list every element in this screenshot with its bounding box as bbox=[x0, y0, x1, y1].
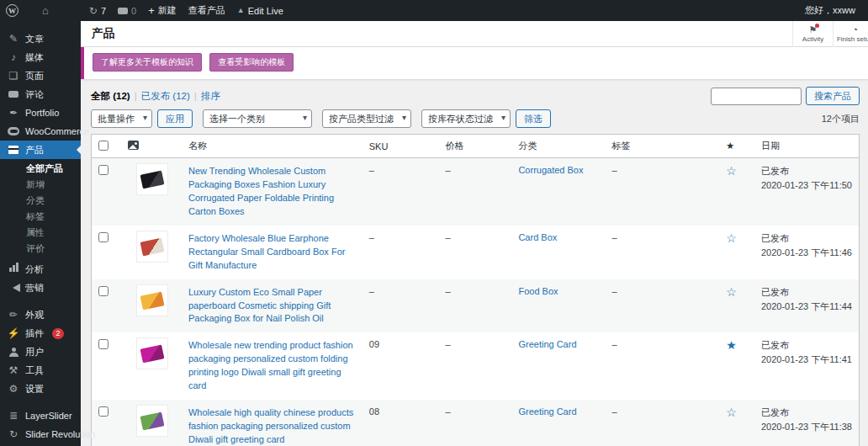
sidebar-item-label: 媒体 bbox=[25, 51, 44, 64]
featured-star-outline-icon[interactable]: ☆ bbox=[726, 285, 737, 299]
sidebar-menu: ✎文章♪媒体❏页面评论✒PortfolioWooCommerce产品全部产品新增… bbox=[0, 29, 81, 446]
sidebar-item-marketing[interactable]: 营销 bbox=[0, 279, 81, 297]
sidebar-item-media[interactable]: ♪媒体 bbox=[0, 48, 81, 66]
chevron-down-icon: ▾ bbox=[501, 113, 505, 122]
select-all-checkbox[interactable] bbox=[98, 141, 108, 151]
sidebar-item-plugins[interactable]: ⚡插件2 bbox=[0, 324, 81, 342]
product-type-filter-select[interactable]: 按产品类型过滤 ▾ bbox=[322, 109, 411, 128]
list-table-wrap: 全部 (12)|已发布 (12)|排序 搜索产品 批量操作 ▾ 应用 选择一个类… bbox=[81, 87, 868, 446]
sidebar-subitem-tags[interactable]: 标签 bbox=[0, 209, 81, 225]
table-header-row: 名称 SKU 价格 分类 标签 ★ 日期 bbox=[92, 135, 860, 158]
column-header-name[interactable]: 名称 bbox=[182, 135, 363, 158]
updates-icon: ↻ bbox=[89, 6, 98, 16]
sidebar-item-pages[interactable]: ❏页面 bbox=[0, 66, 81, 85]
learn-templates-button[interactable]: 了解更多关于模板的知识 bbox=[93, 53, 202, 72]
product-tags: – bbox=[611, 339, 617, 349]
admin-bar: W ⌂ ↻ 7 0 + 新建 查看产品 ▲ Edit Live 您好，xxww bbox=[0, 0, 868, 21]
product-thumbnail[interactable] bbox=[136, 337, 168, 369]
product-status: 已发布 bbox=[761, 165, 852, 178]
account-greeting[interactable]: 您好，xxww bbox=[799, 0, 861, 21]
wordpress-menu-button[interactable]: W bbox=[0, 0, 24, 21]
view-filter-links: 全部 (12)|已发布 (12)|排序 bbox=[91, 90, 220, 103]
product-checkbox[interactable] bbox=[98, 339, 108, 349]
sidebar-subitem-attributes[interactable]: 属性 bbox=[0, 225, 81, 241]
bulk-action-select[interactable]: 批量操作 ▾ bbox=[91, 109, 152, 128]
pushpin-icon: ✎ bbox=[8, 33, 19, 45]
sidebar-item-slider-revolution[interactable]: ↻Slider Revolution bbox=[0, 425, 81, 443]
product-category-link[interactable]: Greeting Card bbox=[518, 406, 576, 417]
product-date: 2020-01-23 下午11:41 bbox=[761, 353, 852, 366]
column-header-price[interactable]: 价格 bbox=[439, 135, 512, 158]
sidebar-subitem-all-products[interactable]: 全部产品 bbox=[0, 161, 81, 177]
product-row: Wholesale new trending product fashion p… bbox=[92, 332, 860, 400]
items-count: 12个项目 bbox=[822, 113, 860, 125]
product-title-link[interactable]: Factory Wholesale Blue Earphone Rectangu… bbox=[188, 232, 356, 273]
sidebar-item-settings[interactable]: ⚙设置 bbox=[0, 380, 81, 398]
product-status: 已发布 bbox=[761, 406, 852, 419]
product-thumbnail[interactable] bbox=[136, 231, 168, 263]
product-thumbnail[interactable] bbox=[136, 405, 168, 437]
apply-button[interactable]: 应用 bbox=[157, 109, 193, 128]
stock-status-filter-select[interactable]: 按库存状态过滤 ▾ bbox=[421, 109, 511, 128]
product-title-link[interactable]: New Trending Wholesale Custom Packaging … bbox=[188, 165, 356, 219]
product-title-link[interactable]: Wholesale new trending product fashion p… bbox=[188, 339, 356, 393]
sidebar-item-users[interactable]: 用户 bbox=[0, 342, 81, 361]
category-filter-select[interactable]: 选择一个类别 ▾ bbox=[203, 109, 312, 128]
notification-badge: 2 bbox=[52, 328, 64, 339]
visit-site-button[interactable]: ⌂ bbox=[36, 0, 55, 21]
column-header-sku[interactable]: SKU bbox=[363, 135, 439, 158]
sidebar-item-analytics[interactable]: 分析 bbox=[0, 260, 81, 279]
product-category-link[interactable]: Corrugated Box bbox=[518, 165, 583, 175]
sidebar-item-comments[interactable]: 评论 bbox=[0, 85, 81, 104]
sidebar-item-label: 评论 bbox=[25, 88, 44, 101]
product-category-link[interactable]: Food Box bbox=[518, 286, 558, 296]
featured-star-outline-icon[interactable]: ☆ bbox=[726, 164, 737, 178]
sidebar-item-label: 页面 bbox=[25, 70, 44, 82]
stock-status-filter-value: 按库存状态过滤 bbox=[428, 114, 493, 124]
product-thumbnail[interactable] bbox=[136, 163, 168, 195]
product-price: – bbox=[446, 406, 451, 417]
product-checkbox[interactable] bbox=[98, 406, 108, 417]
view-filter-0[interactable]: 全部 (12) bbox=[91, 90, 130, 103]
sidebar-item-posts[interactable]: ✎文章 bbox=[0, 29, 81, 48]
sidebar-item-tools[interactable]: ⚒工具 bbox=[0, 361, 81, 380]
new-content-button[interactable]: + 新建 bbox=[142, 0, 183, 21]
view-filter-2[interactable]: 排序 bbox=[201, 90, 220, 103]
sidebar-subitem-reviews[interactable]: 评价 bbox=[0, 241, 81, 257]
view-product-button[interactable]: 查看产品 bbox=[183, 0, 231, 21]
sidebar-item-portfolio[interactable]: ✒Portfolio bbox=[0, 104, 81, 122]
search-input[interactable] bbox=[711, 88, 802, 105]
sidebar-subitem-categories[interactable]: 分类 bbox=[0, 193, 81, 209]
activity-button[interactable]: ⚑ Activity bbox=[792, 21, 833, 47]
product-category-link[interactable]: Greeting Card bbox=[518, 339, 576, 349]
sidebar-item-woocommerce[interactable]: WooCommerce bbox=[0, 122, 81, 141]
sidebar-item-appearance[interactable]: ✏外观 bbox=[0, 305, 81, 324]
sidebar-item-products[interactable]: 产品 bbox=[0, 141, 81, 159]
filter-button[interactable]: 筛选 bbox=[516, 109, 551, 128]
sidebar-subitem-add-new[interactable]: 新增 bbox=[0, 177, 81, 193]
product-title-link[interactable]: Wholesale high quality chinese products … bbox=[188, 406, 356, 446]
finish-setup-button[interactable]: ◔ Finish setup bbox=[833, 21, 868, 47]
view-affected-templates-button[interactable]: 查看受影响的模板 bbox=[209, 53, 294, 72]
admin-sidebar: ✎文章♪媒体❏页面评论✒PortfolioWooCommerce产品全部产品新增… bbox=[0, 21, 81, 446]
product-checkbox[interactable] bbox=[98, 232, 108, 242]
featured-star-outline-icon[interactable]: ☆ bbox=[726, 406, 737, 419]
product-thumbnail[interactable] bbox=[136, 284, 168, 316]
updates-button[interactable]: ↻ 7 bbox=[83, 0, 112, 21]
sidebar-item-label: 产品 bbox=[25, 144, 44, 157]
product-checkbox[interactable] bbox=[98, 286, 108, 296]
sidebar-item-layerslider[interactable]: ≣LayerSlider bbox=[0, 406, 81, 425]
comments-button[interactable]: 0 bbox=[112, 0, 142, 21]
featured-star-filled-icon[interactable]: ★ bbox=[726, 338, 737, 352]
product-checkbox[interactable] bbox=[98, 165, 108, 175]
product-price: – bbox=[446, 232, 451, 242]
product-category-link[interactable]: Card Box bbox=[518, 232, 557, 242]
edit-live-button[interactable]: ▲ Edit Live bbox=[231, 0, 289, 21]
view-separator: | bbox=[194, 91, 197, 101]
featured-star-outline-icon[interactable]: ☆ bbox=[726, 231, 737, 245]
product-title-link[interactable]: Luxury Custom Eco Small Paper paperboard… bbox=[188, 286, 356, 327]
column-header-date[interactable]: 日期 bbox=[754, 135, 860, 158]
search-products-button[interactable]: 搜索产品 bbox=[806, 87, 860, 105]
product-price: – bbox=[446, 286, 451, 296]
view-filter-1[interactable]: 已发布 (12) bbox=[141, 90, 190, 103]
